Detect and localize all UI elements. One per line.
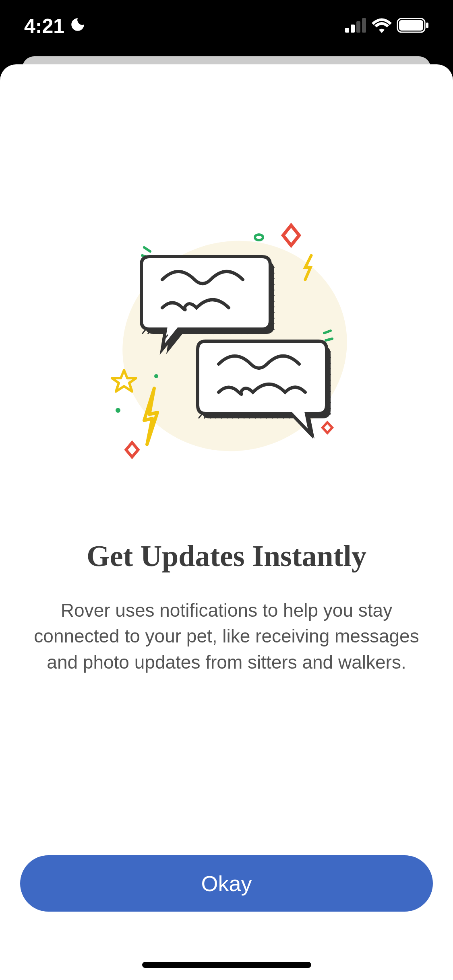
status-bar: 4:21 <box>0 0 453 52</box>
button-container: Okay <box>20 855 433 912</box>
status-bar-right <box>345 18 429 35</box>
battery-icon <box>397 18 429 35</box>
cellular-signal-icon <box>345 18 367 34</box>
svg-rect-2 <box>356 21 360 33</box>
status-time: 4:21 <box>24 14 64 38</box>
svg-point-8 <box>255 235 263 240</box>
svg-rect-5 <box>399 20 423 31</box>
svg-line-9 <box>144 247 150 251</box>
speech-bubbles-illustration <box>86 209 368 491</box>
svg-point-13 <box>154 374 158 378</box>
svg-rect-6 <box>426 23 428 28</box>
svg-point-14 <box>116 408 120 413</box>
status-bar-left: 4:21 <box>24 14 86 38</box>
svg-rect-1 <box>351 25 355 33</box>
okay-button[interactable]: Okay <box>20 855 433 912</box>
modal-sheet: Get Updates Instantly Rover uses notific… <box>0 64 453 980</box>
home-indicator[interactable] <box>142 962 311 968</box>
do-not-disturb-icon <box>69 14 86 38</box>
wifi-icon <box>372 18 392 35</box>
svg-rect-3 <box>362 18 366 33</box>
svg-line-12 <box>326 339 332 340</box>
svg-rect-0 <box>345 28 349 33</box>
modal-heading: Get Updates Instantly <box>87 539 366 573</box>
modal-body-text: Rover uses notifications to help you sta… <box>20 597 433 675</box>
